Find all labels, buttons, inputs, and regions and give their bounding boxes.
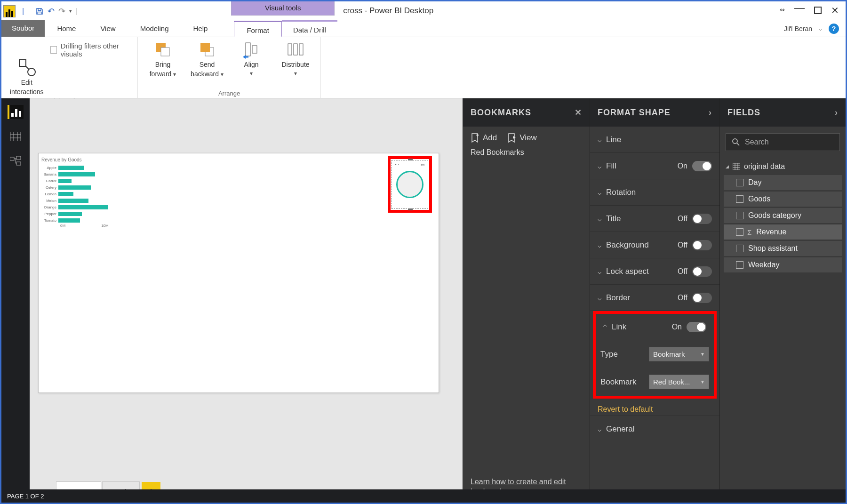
field-checkbox[interactable]: [736, 228, 743, 236]
chevron-right-icon[interactable]: ›: [835, 108, 838, 118]
field-checkbox[interactable]: [736, 195, 743, 203]
svg-rect-16: [10, 132, 21, 141]
undo-icon[interactable]: ↶: [48, 6, 55, 16]
svg-rect-18: [16, 156, 21, 160]
fmt-link[interactable]: ⌵Link On: [596, 314, 714, 340]
contextual-tab-group: Visual tools: [231, 1, 335, 16]
fields-pane: FIELDS › Search ◢ original data DayGoods…: [719, 98, 846, 503]
help-icon[interactable]: ?: [829, 24, 839, 34]
field-checkbox[interactable]: [736, 261, 743, 269]
close-icon[interactable]: ✕: [575, 107, 582, 118]
data-view-icon[interactable]: [8, 129, 24, 144]
link-highlight-box: ⌵Link On Type Bookmark▼ Bookmark Red Boo…: [593, 311, 717, 399]
fmt-line[interactable]: ⌵Line: [590, 127, 719, 153]
drill-filters-checkbox[interactable]: [50, 46, 57, 54]
user-name[interactable]: Jiří Beran: [784, 25, 812, 32]
field-table-header[interactable]: ◢ original data: [724, 160, 842, 174]
border-toggle[interactable]: [692, 293, 712, 303]
minimize-icon[interactable]: —: [794, 2, 805, 14]
visual-focus-icon[interactable]: ▭: [421, 162, 425, 167]
chart-bar-row: Tomato: [41, 217, 109, 224]
background-toggle[interactable]: [692, 240, 712, 250]
svg-rect-14: [15, 109, 17, 117]
chevron-down-icon[interactable]: ⌵: [819, 25, 822, 32]
bookmark-add-label: Add: [483, 133, 497, 143]
bookmark-add-button[interactable]: Add: [471, 133, 497, 143]
svg-rect-4: [161, 48, 169, 56]
qat-dropdown-icon[interactable]: ▾: [69, 8, 72, 14]
app-logo-icon: [3, 5, 16, 17]
bar-chart-visual[interactable]: Revenue by Goods AppleBananaCarrotCelery…: [41, 157, 109, 228]
selection-frame[interactable]: ⋯ ▭: [392, 160, 428, 209]
bookmark-item[interactable]: Red Bookmarks: [463, 147, 590, 160]
field-checkbox[interactable]: [736, 179, 743, 186]
field-checkbox[interactable]: [736, 245, 743, 252]
chart-bar-row: Banana: [41, 171, 109, 177]
save-icon[interactable]: [35, 7, 44, 16]
report-view-icon[interactable]: [8, 105, 24, 119]
bookmark-view-label: View: [519, 133, 537, 143]
collapse-icon: ◢: [726, 164, 729, 169]
fmt-title[interactable]: ⌵Title Off: [590, 206, 719, 232]
tab-modeling[interactable]: Modeling: [128, 20, 181, 37]
send-backward-button[interactable]: Send backward ▾: [191, 40, 224, 78]
bring-forward-button[interactable]: Bring forward ▾: [146, 40, 179, 78]
align-button[interactable]: Align ▾: [235, 40, 268, 77]
fmt-border[interactable]: ⌵Border Off: [590, 285, 719, 311]
tab-help[interactable]: Help: [181, 20, 220, 37]
field-item[interactable]: Goods: [724, 192, 842, 207]
close-icon[interactable]: ✕: [831, 5, 839, 16]
fmt-border-state: Off: [678, 294, 687, 302]
chart-bar: [58, 218, 80, 223]
field-checkbox[interactable]: [736, 212, 743, 219]
title-toggle[interactable]: [692, 214, 712, 224]
link-bookmark-label: Bookmark: [600, 377, 637, 387]
bookmarks-header: BOOKMARKS ✕: [463, 98, 590, 127]
chart-category-label: Lemon: [41, 192, 58, 196]
link-toggle[interactable]: [687, 322, 706, 332]
tab-data-drill[interactable]: Data / Drill: [282, 20, 337, 37]
tab-view[interactable]: View: [88, 20, 128, 37]
field-item[interactable]: Goods category: [724, 208, 842, 223]
format-shape-pane: FORMAT SHAPE › ⌵Line ⌵Fill On ⌵Rotation …: [590, 98, 719, 503]
link-type-dropdown[interactable]: Bookmark▼: [649, 347, 709, 361]
drill-filters-label: Drilling filters other visuals: [61, 42, 129, 58]
resize-handle-icon[interactable]: ⇔: [780, 6, 785, 13]
field-item[interactable]: ΣRevenue: [724, 224, 842, 240]
oval-shape[interactable]: [396, 171, 424, 198]
fields-search-input[interactable]: Search: [726, 133, 840, 151]
chart-category-label: Melon: [41, 199, 58, 203]
svg-point-21: [733, 139, 737, 144]
fmt-general[interactable]: ⌵General: [590, 416, 719, 442]
model-view-icon[interactable]: [8, 154, 24, 168]
fields-header: FIELDS ›: [720, 98, 846, 127]
fmt-lock-state: Off: [678, 267, 687, 276]
window-title: cross - Power BI Desktop: [335, 1, 780, 16]
redo-icon[interactable]: ↷: [58, 6, 65, 16]
fmt-lock-aspect[interactable]: ⌵Lock aspect Off: [590, 258, 719, 285]
tab-format[interactable]: Format: [234, 21, 282, 37]
maximize-icon[interactable]: [814, 7, 822, 14]
chevron-right-icon[interactable]: ›: [709, 108, 712, 118]
ribbon: Drilling filters other visuals Edit inte…: [1, 37, 846, 98]
link-bookmark-dropdown[interactable]: Red Book...▼: [649, 375, 709, 389]
fill-toggle[interactable]: [692, 161, 712, 171]
fmt-background[interactable]: ⌵Background Off: [590, 232, 719, 258]
file-tab[interactable]: Soubor: [1, 20, 45, 37]
revert-to-default-link[interactable]: Revert to default: [590, 399, 719, 416]
canvas[interactable]: Revenue by Goods AppleBananaCarrotCelery…: [30, 98, 463, 480]
fmt-rotation[interactable]: ⌵Rotation: [590, 179, 719, 206]
send-l2: backward: [191, 70, 219, 78]
distribute-button[interactable]: Distribute ▾: [279, 40, 312, 77]
edit-interactions-button[interactable]: Edit interactions: [10, 58, 44, 96]
field-item[interactable]: Shop assistant: [724, 241, 842, 256]
bookmark-view-button[interactable]: View: [507, 133, 537, 143]
tab-home[interactable]: Home: [45, 20, 88, 37]
report-page[interactable]: Revenue by Goods AppleBananaCarrotCelery…: [38, 153, 439, 393]
field-item[interactable]: Weekday: [724, 257, 842, 272]
visual-filter-icon[interactable]: ⋯: [395, 162, 399, 167]
send-l1: Send: [200, 61, 215, 68]
field-item[interactable]: Day: [724, 175, 842, 190]
lock-toggle[interactable]: [692, 266, 712, 277]
fmt-fill[interactable]: ⌵Fill On: [590, 153, 719, 179]
